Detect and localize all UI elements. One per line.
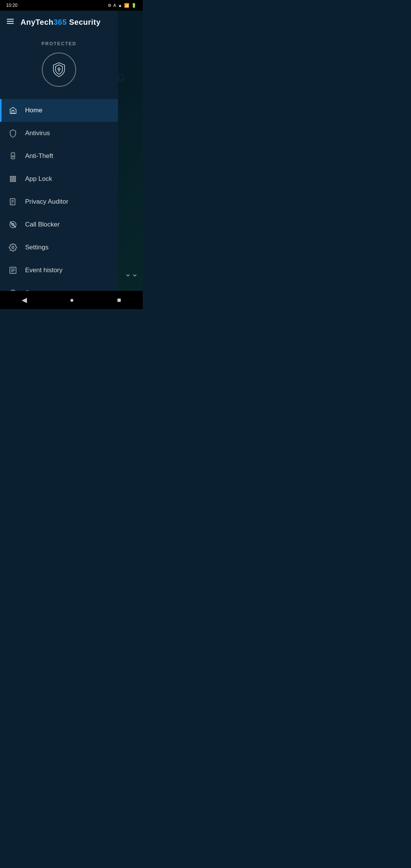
back-button[interactable]: ◀ — [14, 293, 35, 307]
sidebar-item-call-blocker-label: Call Blocker — [25, 221, 60, 228]
status-time: 10:20 — [6, 3, 18, 8]
app-name-365: 365 — [53, 18, 67, 26]
shield-badge-icon — [51, 61, 67, 78]
sidebar-item-app-lock-label: App Lock — [25, 175, 52, 183]
sidebar-item-settings-label: Settings — [25, 244, 48, 251]
sidebar-item-app-lock[interactable]: App Lock — [0, 168, 118, 190]
battery-icon: 🔋 — [131, 3, 137, 8]
drawer-overlay — [118, 11, 143, 309]
protected-section: PROTECTED — [0, 34, 118, 96]
nav-drawer: AnyTech365 Security PROTECTED Home — [0, 11, 118, 309]
home-icon — [8, 105, 18, 116]
settings-icon — [8, 242, 18, 253]
sidebar-item-event-history-label: Event history — [25, 266, 62, 274]
recent-button[interactable]: ■ — [110, 293, 129, 307]
home-button[interactable]: ● — [62, 293, 82, 307]
call-blocker-icon — [8, 219, 18, 230]
menu-icon[interactable] — [6, 17, 14, 27]
svg-point-9 — [12, 176, 14, 178]
svg-point-8 — [10, 176, 12, 178]
svg-point-11 — [10, 178, 12, 180]
wifi-icon: ▲ — [118, 3, 122, 8]
app-name-any: AnyTech — [21, 18, 53, 26]
svg-point-23 — [12, 246, 14, 249]
svg-point-14 — [10, 180, 12, 182]
sidebar-item-antivirus[interactable]: Antivirus — [0, 122, 118, 145]
sidebar-item-privacy-auditor-label: Privacy Auditor — [25, 198, 68, 206]
active-indicator — [0, 99, 2, 122]
chevron-down-icon: ⌄⌄ — [124, 269, 138, 279]
status-bar: 10:20 ⚙ A ▲ 📶 🔋 — [0, 0, 143, 11]
anti-theft-icon — [8, 151, 18, 161]
privacy-auditor-icon — [8, 196, 18, 207]
app-lock-icon — [8, 174, 18, 184]
svg-point-15 — [12, 180, 14, 182]
app-title: AnyTech365 Security — [21, 18, 100, 27]
svg-line-22 — [10, 222, 16, 228]
app-name-suffix: Security — [67, 18, 100, 26]
sidebar-item-settings[interactable]: Settings — [0, 236, 118, 259]
signal-icon: 📶 — [124, 3, 129, 8]
protected-label: PROTECTED — [41, 41, 76, 46]
antivirus-icon — [8, 128, 18, 139]
sidebar-item-call-blocker[interactable]: Call Blocker — [0, 213, 118, 236]
nav-list: Home Antivirus Anti-Theft — [0, 96, 118, 309]
a-status-icon: A — [113, 3, 116, 8]
settings-status-icon: ⚙ — [108, 3, 112, 8]
bottom-navigation: ◀ ● ■ — [0, 291, 143, 309]
sidebar-item-home[interactable]: Home — [0, 99, 118, 122]
svg-point-13 — [14, 178, 16, 180]
event-history-icon — [8, 265, 18, 276]
svg-point-10 — [14, 176, 16, 178]
shield-circle — [42, 53, 76, 87]
sidebar-item-anti-theft-label: Anti-Theft — [25, 152, 53, 160]
app-header: AnyTech365 Security — [0, 11, 118, 34]
sidebar-item-home-label: Home — [25, 107, 42, 114]
svg-point-7 — [12, 156, 14, 157]
svg-point-12 — [12, 178, 14, 180]
sidebar-item-antivirus-label: Antivirus — [25, 129, 50, 137]
sidebar-item-privacy-auditor[interactable]: Privacy Auditor — [0, 190, 118, 213]
sidebar-item-event-history[interactable]: Event history — [0, 259, 118, 282]
sidebar-item-anti-theft[interactable]: Anti-Theft — [0, 145, 118, 168]
svg-point-16 — [14, 180, 16, 182]
status-icons: ⚙ A ▲ 📶 🔋 — [108, 3, 137, 8]
